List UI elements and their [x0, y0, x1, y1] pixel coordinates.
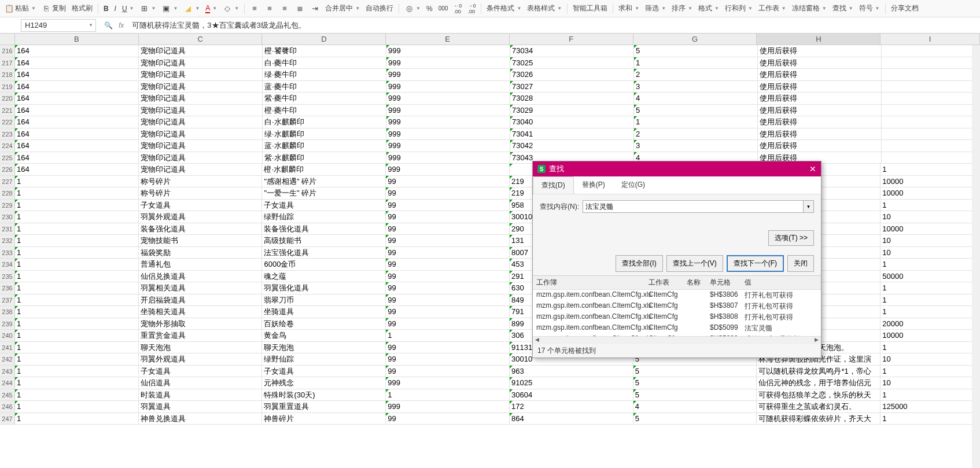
result-row[interactable]: mzm.gsp.item.confbean.CItemCfg.xlsCItemC…	[533, 312, 821, 323]
cell[interactable]: 使用后获得 1	[758, 116, 882, 128]
cell[interactable]: 子女道具	[262, 200, 386, 211]
result-row[interactable]: mzm.gsp.item.confbean.CItemCfg.xlsCItemC…	[533, 301, 821, 312]
row-header[interactable]: 225	[0, 152, 15, 164]
cell[interactable]: 1	[15, 247, 139, 259]
cell[interactable]: 1	[386, 330, 510, 341]
cell[interactable]: 5	[633, 377, 757, 389]
symbol-button[interactable]: 符号▼	[857, 2, 882, 14]
cell[interactable]: 1	[15, 223, 139, 235]
hdr-name[interactable]: 名称	[687, 278, 710, 288]
cell[interactable]: 99	[386, 306, 510, 318]
cell[interactable]: 坐骑相关道具	[139, 306, 263, 318]
row-header[interactable]: 217	[0, 57, 15, 69]
cell[interactable]: 164	[15, 140, 139, 152]
cell[interactable]: 1	[880, 306, 980, 318]
cell[interactable]: 子女道具	[139, 366, 263, 377]
result-row[interactable]: mzm.gsp.item.confbean.CItemCfg.xlsCItemC…	[533, 334, 821, 336]
cell[interactable]: 使用后获得 1	[758, 57, 882, 69]
worksheet-button[interactable]: 工作表▼	[756, 2, 789, 14]
sum-button[interactable]: 求和▼	[616, 2, 642, 14]
col-header-D[interactable]: D	[262, 34, 386, 45]
cell[interactable]: 10	[880, 377, 980, 389]
cell[interactable]: 1	[15, 330, 139, 341]
row-header[interactable]: 230	[0, 211, 15, 223]
row-header[interactable]: 227	[0, 176, 15, 187]
decrease-decimal-button[interactable]: →0.00	[465, 2, 478, 16]
align-right-button[interactable]: ≡	[278, 3, 292, 14]
select-all-corner[interactable]	[0, 34, 15, 45]
cell[interactable]: 仙侣元神的残念，用于培养仙侣元	[757, 377, 880, 389]
indent-button[interactable]: ⇥	[308, 3, 322, 14]
cell[interactable]: 999	[386, 401, 510, 412]
row-header[interactable]: 243	[0, 366, 15, 377]
cell[interactable]: 99	[386, 223, 510, 235]
row-header[interactable]: 223	[0, 128, 15, 140]
cell[interactable]: 开启福袋道具	[139, 294, 263, 306]
hdr-workbook[interactable]: 工作簿	[533, 278, 649, 288]
cell[interactable]: 1	[880, 200, 980, 211]
row-col-button[interactable]: 行和列▼	[723, 2, 755, 14]
cell[interactable]: 999	[386, 69, 510, 80]
cell[interactable]: 10000	[880, 187, 980, 199]
table-style-button[interactable]: 表格样式▼	[525, 2, 564, 14]
cell[interactable]: 99	[386, 318, 510, 330]
formula-input[interactable]	[132, 19, 980, 32]
cell[interactable]: 2	[634, 69, 758, 80]
cell[interactable]: 高级技能书	[262, 235, 386, 246]
cell[interactable]: 864	[510, 413, 633, 425]
cell[interactable]: 可获得包括狼羊之恋，快乐的秋天	[757, 389, 880, 401]
row-header[interactable]: 246	[0, 401, 15, 412]
find-dropdown[interactable]: ▼	[804, 200, 814, 213]
cell[interactable]: "一爱一生" 碎片	[262, 187, 386, 199]
filter-button[interactable]: 筛选▼	[643, 2, 668, 14]
row-header[interactable]: 220	[0, 93, 15, 104]
smart-toolbox-button[interactable]: 智能工具箱	[570, 2, 610, 14]
cell[interactable]: 73040	[510, 116, 634, 128]
row-header[interactable]: 240	[0, 330, 15, 341]
cond-format-button[interactable]: 条件格式▼	[484, 2, 524, 14]
cell[interactable]: 164	[15, 164, 139, 175]
cell[interactable]: 172	[510, 401, 633, 412]
cell[interactable]: 73041	[510, 128, 634, 140]
cell[interactable]: 1	[880, 259, 980, 270]
cell[interactable]: 125000	[880, 401, 980, 412]
vertical-scrollbar[interactable]	[972, 45, 980, 468]
cell[interactable]: 神兽碎片	[262, 413, 386, 425]
cell[interactable]: 164	[15, 116, 139, 128]
cell[interactable]: 5	[633, 366, 757, 377]
name-box[interactable]: H1249▼	[21, 19, 96, 32]
cell[interactable]: 1	[15, 342, 139, 353]
cell[interactable]: 999	[386, 140, 510, 152]
share-button[interactable]: 分享文档	[889, 2, 921, 14]
cell[interactable]: 164	[15, 81, 139, 93]
underline-button[interactable]: U▼	[120, 3, 137, 14]
cell[interactable]: 20000	[880, 318, 980, 330]
cell[interactable]: 橙·饕餮印	[263, 45, 386, 57]
cell[interactable]: 5	[633, 389, 757, 401]
cell[interactable]: 宠物印记道具	[139, 152, 263, 164]
row-header[interactable]: 216	[0, 45, 15, 57]
italic-button[interactable]: I	[112, 3, 119, 14]
cell[interactable]: 1	[15, 318, 139, 330]
cell[interactable]: 10000	[880, 330, 980, 341]
results-horizontal-scroll[interactable]: ◀ ▶	[533, 336, 821, 344]
cell[interactable]: 164	[15, 93, 139, 104]
cell[interactable]: 使用后获得 1	[758, 69, 882, 80]
cell[interactable]: 使用后获得 1	[758, 105, 882, 116]
cell[interactable]: 1	[880, 413, 980, 425]
row-header[interactable]: 224	[0, 140, 15, 152]
cell[interactable]: 使用后获得 1	[758, 93, 882, 104]
cell[interactable]: 1	[15, 366, 139, 377]
cell[interactable]: 重置赏金道具	[139, 330, 263, 341]
cell[interactable]: 999	[386, 45, 510, 57]
cell[interactable]: 装备强化道具	[139, 223, 263, 235]
cell[interactable]: 1	[15, 389, 139, 401]
cell[interactable]: 73028	[510, 93, 634, 104]
cell[interactable]: 蓝·水麒麟印	[263, 140, 386, 152]
cell[interactable]: 99	[386, 413, 510, 425]
cell[interactable]: 99	[386, 235, 510, 246]
cell[interactable]: 1	[15, 271, 139, 282]
options-button[interactable]: 选项(T) >>	[768, 230, 814, 246]
cell[interactable]: 999	[386, 164, 510, 175]
cell[interactable]: 宠物印记道具	[139, 45, 263, 57]
